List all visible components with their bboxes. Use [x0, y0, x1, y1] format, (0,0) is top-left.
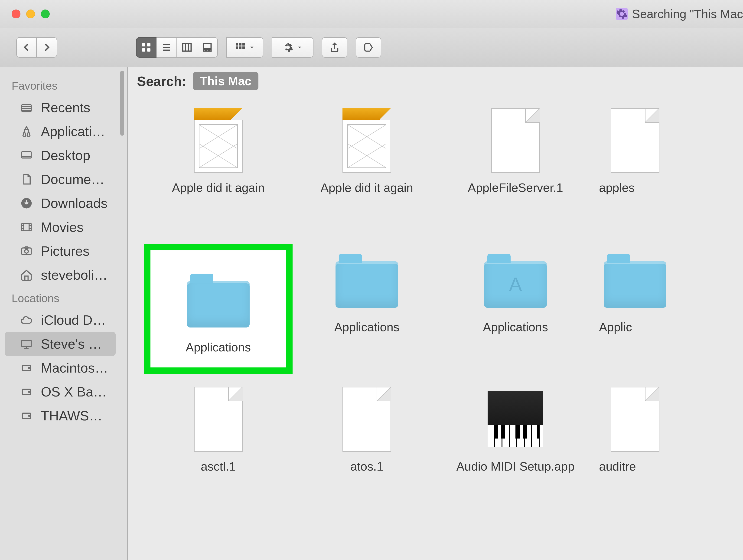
sidebar-item-recents[interactable]: Recents [5, 95, 116, 119]
document-file-icon [331, 383, 403, 455]
file-item-highlighted[interactable]: Applications [144, 244, 293, 374]
documents-icon [18, 173, 34, 185]
sidebar-item-pictures[interactable]: Pictures [5, 239, 116, 263]
file-item[interactable]: Audio MIDI Setup.app [441, 383, 590, 513]
column-view-button[interactable] [177, 37, 198, 57]
svg-rect-17 [236, 46, 238, 49]
sidebar-item-home[interactable]: stevebolinger [5, 263, 116, 287]
search-label: Search: [137, 73, 186, 89]
file-item[interactable]: AppleFileServer.1 [441, 104, 590, 234]
chevron-down-icon [249, 42, 255, 53]
share-button[interactable] [322, 37, 347, 57]
sidebar-item-label: Movies [41, 219, 84, 235]
sidebar-item-label: OS X Base… [41, 384, 109, 399]
document-file-icon [599, 383, 671, 455]
file-item[interactable]: Applic [590, 244, 738, 374]
gallery-view-button[interactable] [198, 37, 218, 57]
applications-folder-icon: A [479, 244, 552, 316]
sidebar-item-label: Recents [41, 100, 90, 115]
titlebar: Searching "This Mac [0, 0, 743, 28]
finder-window: Searching "This Mac [0, 0, 743, 560]
audio-midi-app-icon [479, 383, 552, 455]
file-name: Applic [599, 320, 632, 334]
results-grid: Apple did it again Apple did it again Ap… [128, 95, 743, 560]
sidebar-item-disk-thawspace[interactable]: THAWSPACE [5, 404, 116, 428]
file-item[interactable]: asctl.1 [144, 383, 293, 513]
content-area: Search: This Mac Apple did it again Appl… [128, 68, 743, 560]
disk-icon [18, 410, 34, 422]
sidebar-item-documents[interactable]: Documents [5, 167, 116, 191]
svg-rect-12 [207, 50, 208, 51]
file-name: atos.1 [350, 460, 383, 473]
file-name: Applications [483, 320, 548, 334]
mail-file-icon [331, 104, 403, 176]
close-window-button[interactable] [12, 9, 20, 18]
sidebar-item-label: Pictures [41, 243, 90, 259]
search-scope-this-mac[interactable]: This Mac [193, 72, 259, 90]
fullscreen-window-button[interactable] [41, 9, 50, 18]
file-item[interactable]: apples [590, 104, 738, 234]
file-name: apples [599, 181, 635, 195]
tags-button[interactable] [356, 37, 381, 57]
forward-button[interactable] [37, 37, 57, 57]
mail-file-icon [182, 104, 254, 176]
file-item[interactable]: Apple did it again [144, 104, 293, 234]
action-menu-button[interactable] [272, 37, 313, 57]
svg-rect-3 [147, 48, 150, 51]
file-item[interactable]: atos.1 [293, 383, 441, 513]
svg-rect-2 [142, 48, 145, 51]
sidebar-item-disk-macintosh[interactable]: Macintosh… [5, 356, 116, 380]
folder-icon [331, 244, 403, 316]
sidebar-item-desktop[interactable]: Desktop [5, 143, 116, 167]
file-name: auditre [599, 460, 636, 473]
document-file-icon [182, 383, 254, 455]
window-body: Favorites Recents Applications Desktop D… [0, 68, 743, 560]
search-scope-bar: Search: This Mac [128, 68, 743, 95]
file-item[interactable]: auditre [590, 383, 738, 513]
file-name: asctl.1 [201, 460, 236, 473]
action-group [272, 37, 313, 57]
tag-icon [363, 42, 374, 53]
svg-point-42 [29, 367, 30, 369]
sidebar-item-applications[interactable]: Applications [5, 119, 116, 143]
back-button[interactable] [16, 37, 37, 57]
svg-point-46 [29, 415, 30, 416]
folder-icon [182, 264, 254, 336]
folder-icon [599, 244, 671, 316]
sidebar-item-movies[interactable]: Movies [5, 215, 116, 239]
desktop-icon [18, 149, 34, 162]
sidebar-item-disk-osxbase[interactable]: OS X Base… [5, 380, 116, 404]
recents-icon [18, 101, 34, 114]
movies-icon [18, 221, 34, 233]
icon-view-button[interactable] [136, 37, 157, 57]
window-title-text: Searching "This Mac [632, 7, 743, 21]
share-icon [329, 42, 340, 53]
svg-rect-19 [243, 46, 245, 49]
nav-buttons [16, 37, 57, 57]
file-item[interactable]: Applications [293, 244, 441, 374]
minimize-window-button[interactable] [26, 9, 35, 18]
sidebar-item-label: Macintosh… [41, 360, 109, 376]
svg-point-35 [25, 250, 28, 253]
sidebar-item-computer[interactable]: Steve's Mac [5, 332, 116, 356]
sidebar-item-label: Steve's Mac [41, 336, 109, 352]
sidebar-item-label: Downloads [41, 195, 107, 211]
window-controls [12, 9, 50, 18]
list-view-button[interactable] [157, 37, 177, 57]
sidebar-scrollbar[interactable] [120, 71, 124, 136]
arrange-button[interactable] [226, 37, 263, 57]
disk-icon [18, 362, 34, 374]
svg-rect-18 [239, 46, 242, 49]
sidebar-section-favorites: Favorites [5, 74, 127, 95]
svg-point-44 [29, 391, 30, 392]
sidebar-item-icloud[interactable]: iCloud Drive [5, 308, 116, 332]
file-item[interactable]: A Applications [441, 244, 590, 374]
svg-rect-15 [239, 43, 242, 46]
svg-rect-13 [209, 50, 211, 51]
sidebar-item-downloads[interactable]: Downloads [5, 191, 116, 215]
svg-rect-10 [204, 44, 211, 48]
smart-folder-icon [616, 8, 628, 20]
svg-rect-1 [147, 43, 150, 46]
file-item[interactable]: Apple did it again [293, 104, 441, 234]
disk-icon [18, 386, 34, 398]
